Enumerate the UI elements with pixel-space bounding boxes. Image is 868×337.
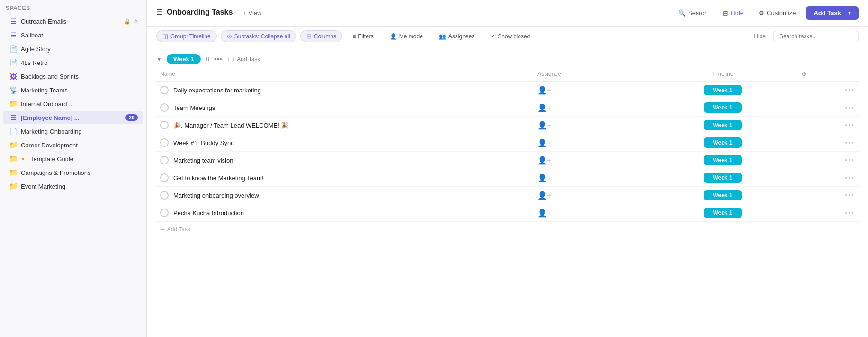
- subtasks-collapse-chip[interactable]: ⊙ Subtasks: Collapse all: [221, 30, 296, 42]
- task-timeline-cell: Week 1: [647, 169, 798, 187]
- sidebar-item-template-guide[interactable]: 📁 ✦ Template Guide: [3, 152, 143, 165]
- content-area: ▼ Week 1 8 ••• + + Add Task Name Assigne…: [147, 46, 868, 337]
- customize-label: Customize: [767, 9, 796, 17]
- assignees-button[interactable]: 👥 Assignees: [433, 31, 481, 42]
- add-task-inline-button[interactable]: + Add Task: [160, 225, 855, 233]
- task-more-button[interactable]: •••: [845, 104, 855, 111]
- task-status-circle[interactable]: [160, 103, 169, 112]
- table-row: Marketing onboarding overview 👤+ Week 1 …: [156, 187, 859, 204]
- col-assignee-header: Assignee: [534, 69, 647, 82]
- task-more-button[interactable]: •••: [845, 121, 855, 129]
- timeline-badge: Week 1: [704, 173, 742, 183]
- task-status-circle[interactable]: [160, 121, 169, 129]
- task-name-cell: Pecha Kucha Introduction: [156, 204, 534, 222]
- assign-user-button[interactable]: 👤+: [537, 86, 551, 94]
- add-column-icon[interactable]: ⊕: [802, 71, 806, 77]
- task-status-circle[interactable]: [160, 86, 169, 94]
- sidebar-item-outreach-emails[interactable]: ☰ Outreach Emails 🔒 5: [3, 15, 143, 28]
- task-more-button[interactable]: •••: [845, 86, 855, 94]
- task-status-circle[interactable]: [160, 209, 169, 217]
- filters-button[interactable]: ≡ Filters: [346, 31, 380, 42]
- doc-icon: 📄: [9, 128, 17, 135]
- add-task-cell[interactable]: + Add Task: [156, 222, 859, 237]
- star-icon: ✦: [19, 155, 27, 163]
- columns-chip[interactable]: ⊞ Columns: [300, 30, 342, 42]
- task-table: Name Assignee Timeline ⊕: [156, 69, 859, 237]
- col-add-header[interactable]: ⊕: [798, 69, 859, 82]
- columns-label: Columns: [314, 33, 336, 40]
- task-name: Marketing onboarding overview: [173, 192, 259, 199]
- task-more-button[interactable]: •••: [845, 139, 855, 146]
- table-row: Week #1: Buddy Sync 👤+ Week 1 •••: [156, 134, 859, 152]
- week-badge: Week 1: [167, 54, 201, 64]
- group-add-task-button[interactable]: + + Add Task: [227, 56, 260, 63]
- task-timeline-cell: Week 1: [647, 152, 798, 169]
- sidebar-item-agile-story[interactable]: 📄 Agile Story: [3, 42, 143, 55]
- task-timeline-cell: Week 1: [647, 187, 798, 204]
- sidebar-item-4ls-retro[interactable]: 📄 4Ls Retro: [3, 56, 143, 69]
- sidebar-item-career-development[interactable]: 📁 Career Development: [3, 138, 143, 152]
- me-mode-icon: 👤: [390, 33, 397, 40]
- wifi-icon: 📡: [9, 86, 17, 94]
- table-row: Marketing team vision 👤+ Week 1 •••: [156, 152, 859, 169]
- timeline-badge: Week 1: [704, 85, 742, 95]
- task-status-circle[interactable]: [160, 173, 169, 182]
- task-status-circle[interactable]: [160, 138, 169, 147]
- me-mode-button[interactable]: 👤 Me mode: [384, 31, 429, 42]
- add-task-caret[interactable]: ▾: [844, 10, 851, 16]
- task-name-cell: 🎉. Manager / Team Lead WELCOME! 🎉: [156, 117, 534, 134]
- task-more-button[interactable]: •••: [845, 174, 855, 182]
- task-more-button[interactable]: •••: [845, 156, 855, 164]
- search-button[interactable]: 🔍 Search: [673, 7, 712, 19]
- sidebar-item-sailboat[interactable]: ☰ Sailboat: [3, 28, 143, 42]
- sidebar-item-marketing-teams[interactable]: 📡 Marketing Teams ••• +: [3, 83, 143, 97]
- task-timeline-cell: Week 1: [647, 99, 798, 117]
- task-more-button[interactable]: •••: [845, 209, 855, 217]
- hide-button[interactable]: ⊟ Hide: [718, 7, 748, 19]
- task-name-cell: Get to know the Marketing Team!: [156, 169, 534, 187]
- assign-user-button[interactable]: 👤+: [537, 191, 551, 200]
- search-tasks-input[interactable]: [773, 31, 859, 42]
- task-name: 🎉. Manager / Team Lead WELCOME! 🎉: [173, 122, 288, 129]
- group-chevron[interactable]: ▼: [156, 56, 162, 63]
- columns-icon: ⊞: [306, 33, 312, 40]
- group-icon: ◫: [162, 33, 168, 40]
- task-status-circle[interactable]: [160, 156, 169, 164]
- sidebar-item-campaigns-promotions[interactable]: 📁 Campaigns & Promotions: [3, 166, 143, 179]
- sidebar-item-employee-name[interactable]: ☰ [Employee Name] ... 29: [3, 111, 143, 124]
- group-more-button[interactable]: •••: [214, 55, 222, 64]
- group-timeline-chip[interactable]: ◫ Group: Timeline: [156, 30, 217, 42]
- search-icon: 🔍: [678, 9, 686, 17]
- sidebar-item-label: Marketing Onboarding: [21, 128, 138, 135]
- assign-user-button[interactable]: 👤+: [537, 156, 551, 164]
- task-assignee-cell: 👤+: [534, 187, 647, 204]
- toolbar: ◫ Group: Timeline ⊙ Subtasks: Collapse a…: [147, 27, 868, 46]
- add-view-button[interactable]: + View: [238, 8, 266, 18]
- assign-user-button[interactable]: 👤+: [537, 104, 551, 112]
- subtasks-label: Subtasks: Collapse all: [234, 33, 290, 40]
- sidebar-header: Spaces: [0, 0, 146, 14]
- add-task-label: + Add Task: [233, 56, 260, 63]
- task-status-circle[interactable]: [160, 191, 169, 200]
- customize-button[interactable]: ⚙ Customize: [754, 7, 800, 19]
- add-task-button[interactable]: Add Task ▾: [806, 6, 859, 20]
- sidebar-item-label: Internal Onboard...: [21, 100, 138, 108]
- list-icon: ☰: [9, 31, 17, 39]
- assign-user-button[interactable]: 👤+: [537, 139, 551, 147]
- sidebar-item-marketing-onboarding[interactable]: 📄 Marketing Onboarding: [3, 125, 143, 138]
- task-more-cell: •••: [798, 169, 859, 187]
- sidebar-item-event-marketing[interactable]: 📁 Event Marketing: [3, 180, 143, 193]
- task-more-button[interactable]: •••: [845, 191, 855, 199]
- add-task-row[interactable]: + Add Task: [156, 222, 859, 237]
- assign-user-button[interactable]: 👤+: [537, 121, 551, 129]
- sidebar-scroll: ☰ Outreach Emails 🔒 5 ☰ Sailboat 📄 Agile…: [0, 14, 146, 337]
- hide-toolbar-button[interactable]: Hide: [750, 31, 770, 42]
- timeline-badge: Week 1: [704, 120, 742, 130]
- assign-user-button[interactable]: 👤+: [537, 209, 551, 217]
- task-name-cell: Daily expectations for marketing: [156, 82, 534, 99]
- sidebar-item-internal-onboard[interactable]: 📁 Internal Onboard... ••• +: [3, 97, 143, 110]
- sidebar-item-backlogs-sprints[interactable]: 🖼 Backlogs and Sprints: [3, 70, 143, 83]
- assign-user-button[interactable]: 👤+: [537, 174, 551, 182]
- timeline-badge: Week 1: [704, 102, 742, 113]
- show-closed-button[interactable]: ✓ Show closed: [484, 31, 536, 42]
